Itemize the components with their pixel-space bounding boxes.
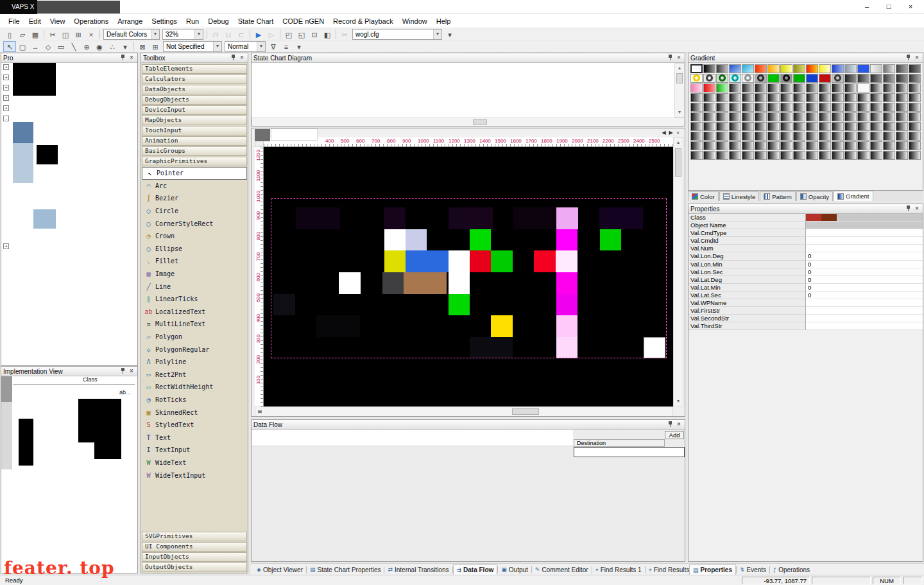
tree-expander-icon[interactable]: + — [3, 85, 9, 91]
gradient-swatch[interactable] — [832, 74, 844, 83]
menu-arrange[interactable]: Arrange — [113, 15, 147, 27]
layers-button[interactable]: ⊞ — [149, 41, 162, 52]
toolbox-item-polyline[interactable]: ΛPolyline — [141, 356, 248, 369]
toolbox-category-ui-components[interactable]: UI Components — [142, 542, 247, 552]
tools-dropdown-button[interactable]: ▾ — [119, 41, 132, 52]
gradient-swatch[interactable] — [703, 74, 715, 83]
menu-file[interactable]: File — [4, 15, 24, 27]
layer-filter-combo[interactable]: Not Specified▾ — [163, 41, 222, 52]
destination-column-header[interactable]: Destination — [574, 439, 665, 447]
gradient-swatch[interactable] — [793, 103, 805, 112]
menu-help[interactable]: Help — [432, 15, 456, 27]
gradient-swatch[interactable] — [755, 64, 767, 73]
gradient-swatch[interactable] — [690, 93, 703, 102]
gradient-swatch[interactable] — [832, 83, 844, 92]
scroll-right-icon[interactable]: ▶ — [255, 407, 264, 416]
gradient-swatch[interactable] — [690, 103, 703, 112]
close-icon[interactable]: × — [128, 367, 135, 375]
toolbox-item-textinput[interactable]: ITextInput — [141, 444, 248, 457]
close-icon[interactable]: × — [913, 54, 921, 62]
color-scheme-combo[interactable]: Default Colors▾ — [103, 29, 160, 40]
toolbox-category-calculators[interactable]: Calculators — [142, 74, 247, 84]
close-button[interactable]: × — [900, 0, 921, 14]
implementation-canvas[interactable]: Class ab... — [1, 376, 137, 573]
gradient-swatch[interactable] — [870, 74, 882, 83]
close-icon[interactable]: × — [675, 421, 683, 428]
annotation-tool-button[interactable]: ∴ — [106, 41, 119, 52]
gradient-swatch[interactable] — [755, 93, 767, 102]
gradient-swatch[interactable] — [716, 103, 728, 112]
pin-icon[interactable] — [120, 54, 126, 62]
gradient-swatch[interactable] — [703, 112, 715, 121]
tree-expander-icon[interactable]: + — [3, 243, 9, 249]
toolbox-category-tableelements[interactable]: TableElements — [142, 64, 247, 74]
open-button[interactable]: ▱ — [16, 29, 29, 40]
gradient-swatch[interactable] — [857, 151, 869, 160]
maximize-button[interactable]: □ — [878, 0, 900, 14]
gradient-swatch[interactable] — [806, 122, 818, 131]
gradient-swatch[interactable] — [806, 64, 818, 73]
gradient-swatch[interactable] — [832, 122, 844, 131]
gradient-swatch[interactable] — [793, 74, 805, 83]
scroll-thumb[interactable] — [675, 148, 681, 177]
gradient-swatch[interactable] — [844, 64, 857, 73]
frame-tool-button[interactable]: ▭ — [55, 41, 67, 52]
align-top-button[interactable]: ⊓ — [209, 29, 222, 40]
toolbox-category-outputobjects[interactable]: OutputObjects — [142, 563, 247, 572]
toolbox-category-animation[interactable]: Animation — [142, 136, 247, 146]
gradient-swatch[interactable] — [703, 151, 715, 160]
scroll-right-icon[interactable]: ▶ — [667, 129, 674, 137]
gradient-swatch[interactable] — [716, 151, 728, 160]
list-view-button[interactable]: ≡ — [280, 41, 293, 52]
scroll-thumb[interactable] — [676, 73, 683, 83]
gradient-swatch[interactable] — [857, 122, 869, 131]
tab-find-results-1[interactable]: ⌖Find Results 1 — [592, 564, 645, 575]
gradient-swatch[interactable] — [909, 141, 921, 150]
gradient-swatch[interactable] — [729, 74, 741, 83]
tab-pattern[interactable]: Pattern — [760, 191, 796, 201]
gradient-swatch[interactable] — [690, 74, 703, 83]
gradient-swatch[interactable] — [780, 122, 792, 131]
gradient-swatch[interactable] — [742, 141, 754, 150]
toolbox-item-linearticks[interactable]: ∥LinearTicks — [141, 293, 248, 306]
lock-button[interactable]: ⊠ — [136, 41, 149, 52]
gradient-swatch[interactable] — [909, 132, 921, 141]
toolbox-item-rect2pnt[interactable]: ▭Rect2Pnt — [141, 369, 248, 381]
gradient-swatch[interactable] — [883, 93, 895, 102]
destination-list[interactable] — [574, 447, 685, 457]
gradient-swatch[interactable] — [742, 132, 754, 141]
gradient-swatch[interactable] — [883, 122, 895, 131]
tab-opacity[interactable]: Opacity — [796, 191, 833, 201]
gradient-swatch[interactable] — [767, 64, 780, 73]
toolbox-item-polygonregular[interactable]: ◇PolygonRegular — [141, 343, 248, 356]
menu-edit[interactable]: Edit — [24, 15, 46, 27]
gradient-swatch[interactable] — [703, 122, 715, 131]
gradient-swatch[interactable] — [857, 112, 869, 121]
menu-view[interactable]: View — [46, 15, 70, 27]
gradient-swatch[interactable] — [819, 93, 831, 102]
gradient-swatch[interactable] — [780, 151, 792, 160]
property-value[interactable]: 0 — [806, 276, 923, 284]
toolbox-item-arc[interactable]: ◠Arc — [141, 180, 248, 193]
cascade-button[interactable]: ◱ — [295, 29, 308, 40]
gradient-swatch[interactable] — [870, 141, 882, 150]
gradient-swatch[interactable] — [793, 64, 805, 73]
chevron-down-icon[interactable]: ▾ — [151, 30, 159, 39]
gradient-swatch[interactable] — [780, 103, 792, 112]
condition-tool-button[interactable]: ◇ — [42, 41, 55, 52]
gradient-swatch[interactable] — [729, 64, 741, 73]
property-value[interactable] — [806, 237, 923, 245]
gradient-swatch[interactable] — [832, 103, 844, 112]
gradient-swatch[interactable] — [690, 64, 703, 73]
gradient-swatch[interactable] — [857, 64, 869, 73]
pin-icon[interactable] — [905, 205, 912, 213]
menu-record-playback[interactable]: Record & Playback — [329, 15, 398, 27]
gradient-swatch[interactable] — [716, 83, 728, 92]
gradient-swatch[interactable] — [883, 83, 895, 92]
data-flow-source-area[interactable] — [252, 430, 573, 446]
horizontal-scrollbar[interactable] — [252, 118, 685, 127]
gradient-swatch[interactable] — [844, 122, 857, 131]
toolbox-item-line[interactable]: ╱Line — [141, 280, 248, 293]
gradient-swatch[interactable] — [806, 74, 818, 83]
toolbox-item-skinnedrect[interactable]: ▦SkinnedRect — [141, 406, 248, 419]
